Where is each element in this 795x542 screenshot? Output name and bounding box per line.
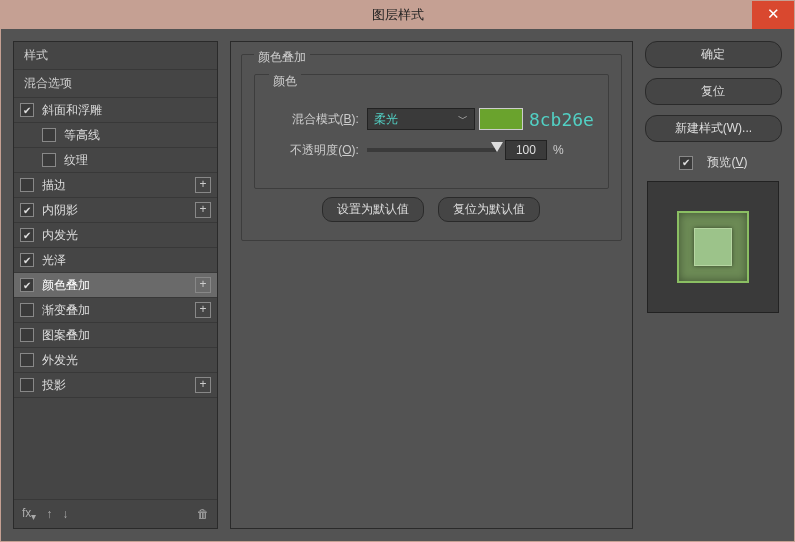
reset-default-button[interactable]: 复位为默认值 bbox=[438, 197, 540, 222]
new-style-button[interactable]: 新建样式(W)... bbox=[645, 115, 782, 142]
styles-header[interactable]: 样式 bbox=[14, 42, 217, 70]
fx-menu[interactable]: fx▾ bbox=[22, 506, 36, 522]
style-checkbox[interactable] bbox=[20, 278, 34, 292]
fx-icon: fx bbox=[22, 506, 31, 520]
group-title: 颜色叠加 bbox=[254, 49, 310, 66]
style-item-1[interactable]: 等高线 bbox=[14, 123, 217, 148]
style-checkbox[interactable] bbox=[20, 253, 34, 267]
preview-checkbox[interactable] bbox=[679, 156, 693, 170]
right-panel: 确定 复位 新建样式(W)... 预览(V) bbox=[645, 41, 782, 529]
style-label: 外发光 bbox=[42, 352, 78, 369]
style-item-2[interactable]: 纹理 bbox=[14, 148, 217, 173]
window-title: 图层样式 bbox=[372, 7, 424, 22]
ok-button[interactable]: 确定 bbox=[645, 41, 782, 68]
style-label: 投影 bbox=[42, 377, 66, 394]
add-effect-button[interactable]: + bbox=[195, 277, 211, 293]
dialog-body: 样式 混合选项 斜面和浮雕等高线纹理描边+内阴影+内发光光泽颜色叠加+渐变叠加+… bbox=[1, 29, 794, 541]
style-checkbox[interactable] bbox=[20, 178, 34, 192]
style-checkbox[interactable] bbox=[20, 228, 34, 242]
reset-button[interactable]: 复位 bbox=[645, 78, 782, 105]
opacity-slider[interactable] bbox=[367, 148, 497, 152]
delete-button[interactable]: 🗑 bbox=[197, 507, 209, 521]
preview-toggle[interactable]: 预览(V) bbox=[645, 154, 782, 171]
add-effect-button[interactable]: + bbox=[195, 177, 211, 193]
add-effect-button[interactable]: + bbox=[195, 202, 211, 218]
close-button[interactable]: ✕ bbox=[752, 1, 794, 29]
style-label: 光泽 bbox=[42, 252, 66, 269]
style-label: 纹理 bbox=[64, 152, 88, 169]
style-item-8[interactable]: 渐变叠加+ bbox=[14, 298, 217, 323]
styles-footer: fx▾ ↑ ↓ 🗑 bbox=[14, 499, 217, 528]
chevron-down-icon: ﹀ bbox=[458, 112, 468, 126]
style-item-6[interactable]: 光泽 bbox=[14, 248, 217, 273]
settings-panel: 颜色叠加 颜色 混合模式(B): 柔光 ﹀ 8cb26e 不透明度(O): bbox=[230, 41, 633, 529]
layer-style-dialog: 图层样式 ✕ 样式 混合选项 斜面和浮雕等高线纹理描边+内阴影+内发光光泽颜色叠… bbox=[0, 0, 795, 542]
preview-swatch-inner bbox=[694, 228, 732, 266]
move-up-button[interactable]: ↑ bbox=[46, 507, 52, 521]
color-overlay-group: 颜色叠加 颜色 混合模式(B): 柔光 ﹀ 8cb26e 不透明度(O): bbox=[241, 54, 622, 241]
preview-box bbox=[647, 181, 779, 313]
style-list: 斜面和浮雕等高线纹理描边+内阴影+内发光光泽颜色叠加+渐变叠加+图案叠加外发光投… bbox=[14, 98, 217, 398]
style-checkbox[interactable] bbox=[42, 128, 56, 142]
style-item-3[interactable]: 描边+ bbox=[14, 173, 217, 198]
color-hex: 8cb26e bbox=[529, 109, 594, 130]
subgroup-title: 颜色 bbox=[269, 73, 301, 90]
arrow-down-icon: ↓ bbox=[62, 507, 68, 521]
preview-swatch-outer bbox=[677, 211, 749, 283]
color-subgroup: 颜色 混合模式(B): 柔光 ﹀ 8cb26e 不透明度(O): bbox=[254, 74, 609, 189]
style-checkbox[interactable] bbox=[20, 203, 34, 217]
default-buttons-row: 设置为默认值 复位为默认值 bbox=[254, 197, 609, 222]
style-checkbox[interactable] bbox=[20, 103, 34, 117]
style-checkbox[interactable] bbox=[20, 328, 34, 342]
style-label: 描边 bbox=[42, 177, 66, 194]
style-checkbox[interactable] bbox=[20, 303, 34, 317]
trash-icon: 🗑 bbox=[197, 507, 209, 521]
add-effect-button[interactable]: + bbox=[195, 377, 211, 393]
move-down-button[interactable]: ↓ bbox=[62, 507, 68, 521]
style-item-4[interactable]: 内阴影+ bbox=[14, 198, 217, 223]
style-item-7[interactable]: 颜色叠加+ bbox=[14, 273, 217, 298]
style-label: 颜色叠加 bbox=[42, 277, 90, 294]
style-checkbox[interactable] bbox=[42, 153, 56, 167]
style-label: 内发光 bbox=[42, 227, 78, 244]
style-item-10[interactable]: 外发光 bbox=[14, 348, 217, 373]
style-item-0[interactable]: 斜面和浮雕 bbox=[14, 98, 217, 123]
opacity-label: 不透明度(O): bbox=[269, 142, 359, 159]
style-label: 图案叠加 bbox=[42, 327, 90, 344]
titlebar[interactable]: 图层样式 ✕ bbox=[1, 1, 794, 29]
opacity-row: 不透明度(O): 100 % bbox=[269, 140, 594, 160]
slider-thumb-icon[interactable] bbox=[491, 142, 503, 152]
style-item-11[interactable]: 投影+ bbox=[14, 373, 217, 398]
style-item-5[interactable]: 内发光 bbox=[14, 223, 217, 248]
style-label: 内阴影 bbox=[42, 202, 78, 219]
opacity-unit: % bbox=[553, 143, 564, 157]
color-swatch[interactable] bbox=[479, 108, 523, 130]
opacity-input[interactable]: 100 bbox=[505, 140, 547, 160]
blend-mode-row: 混合模式(B): 柔光 ﹀ 8cb26e bbox=[269, 108, 594, 130]
style-item-9[interactable]: 图案叠加 bbox=[14, 323, 217, 348]
style-label: 等高线 bbox=[64, 127, 100, 144]
close-icon: ✕ bbox=[767, 5, 780, 22]
set-default-button[interactable]: 设置为默认值 bbox=[322, 197, 424, 222]
preview-label: 预览(V) bbox=[707, 154, 747, 171]
arrow-up-icon: ↑ bbox=[46, 507, 52, 521]
style-label: 斜面和浮雕 bbox=[42, 102, 102, 119]
add-effect-button[interactable]: + bbox=[195, 302, 211, 318]
blend-mode-select[interactable]: 柔光 ﹀ bbox=[367, 108, 475, 130]
style-label: 渐变叠加 bbox=[42, 302, 90, 319]
blend-mode-label: 混合模式(B): bbox=[269, 111, 359, 128]
blend-options-header[interactable]: 混合选项 bbox=[14, 70, 217, 98]
style-checkbox[interactable] bbox=[20, 378, 34, 392]
styles-panel: 样式 混合选项 斜面和浮雕等高线纹理描边+内阴影+内发光光泽颜色叠加+渐变叠加+… bbox=[13, 41, 218, 529]
style-checkbox[interactable] bbox=[20, 353, 34, 367]
blend-mode-value: 柔光 bbox=[374, 111, 398, 128]
